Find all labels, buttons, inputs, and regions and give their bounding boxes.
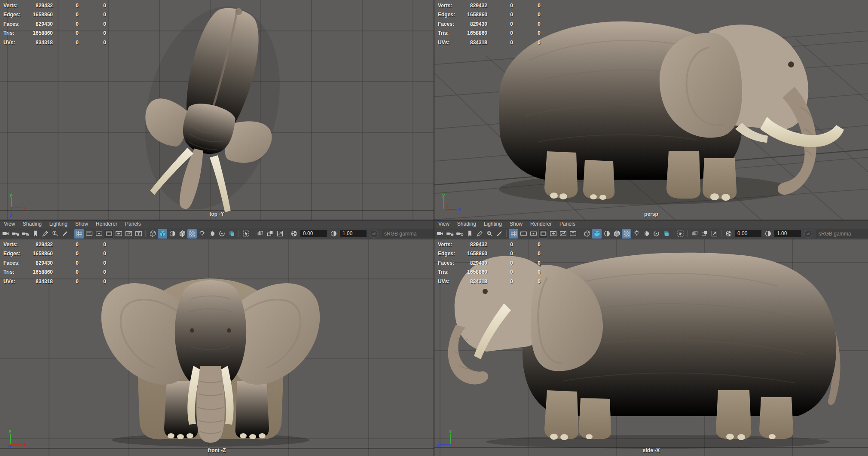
marker-button[interactable]	[60, 229, 70, 239]
menu-shading[interactable]: Shading	[19, 220, 46, 228]
xray-active-icon	[711, 230, 718, 237]
bookmark-button[interactable]	[465, 229, 474, 239]
smooth-shade-button[interactable]	[158, 229, 167, 239]
film-gate-button[interactable]	[84, 229, 94, 239]
menu-lighting[interactable]: Lighting	[46, 220, 71, 228]
gamma-preset-dropdown[interactable]: sRGB gamma ▼	[816, 230, 868, 238]
shadow-ball-icon	[208, 230, 216, 237]
wireframe-on-shaded-button[interactable]	[612, 229, 621, 239]
pan-zoom-button[interactable]	[50, 229, 60, 239]
xray-joints-button[interactable]	[700, 229, 709, 239]
viewport-front[interactable]: Verts:82943200 Edges:165886000 Faces:829…	[0, 239, 434, 456]
motion-blur-button[interactable]	[227, 229, 236, 239]
svg-text:z: z	[7, 443, 10, 449]
xray-button[interactable]	[690, 229, 699, 239]
exposure-field[interactable]: 0.00	[300, 230, 327, 237]
menu-shading[interactable]: Shading	[453, 220, 480, 228]
gamma-field[interactable]: 1.00	[774, 230, 801, 237]
shadows-button[interactable]	[207, 229, 217, 239]
exposure-icon	[290, 230, 298, 237]
gamma-field[interactable]: 1.00	[340, 230, 367, 237]
xray-active-button[interactable]	[275, 229, 284, 239]
grease-pencil-button[interactable]	[475, 229, 484, 239]
textured-button[interactable]	[187, 229, 197, 239]
textured-button[interactable]	[622, 229, 631, 239]
menu-renderer[interactable]: Renderer	[92, 220, 121, 228]
field-chart-button[interactable]	[548, 229, 558, 239]
camera-select-button[interactable]	[435, 229, 445, 239]
menu-show[interactable]: Show	[506, 220, 526, 228]
hud-col3: 0	[79, 21, 106, 27]
hud-total: 829430	[29, 260, 53, 266]
camera-lock-button[interactable]	[11, 229, 20, 239]
menu-panels[interactable]: Panels	[556, 220, 579, 228]
safe-title-button[interactable]	[568, 229, 578, 239]
menu-panels[interactable]: Panels	[121, 220, 145, 228]
menu-renderer[interactable]: Renderer	[526, 220, 556, 228]
field-chart-button[interactable]	[114, 229, 123, 239]
grease-pencil-button[interactable]	[40, 229, 50, 239]
safe-action-button[interactable]	[558, 229, 568, 239]
exposure-field[interactable]: 0.00	[735, 230, 761, 237]
checker-texture-icon	[189, 230, 196, 237]
lights-button[interactable]	[632, 229, 641, 239]
grid-toggle-button[interactable]	[509, 229, 518, 239]
camera-attributes-button[interactable]	[21, 229, 30, 239]
motion-blur-button[interactable]	[661, 229, 671, 239]
resolution-gate-button[interactable]	[529, 229, 538, 239]
menu-show[interactable]: Show	[71, 220, 92, 228]
menu-view[interactable]: View	[434, 220, 453, 228]
viewport-top[interactable]: Verts:82943200 Edges:165886000 Faces:829…	[0, 0, 434, 220]
marker-button[interactable]	[495, 229, 504, 239]
gate-mask-button[interactable]	[538, 229, 548, 239]
contrast-button[interactable]	[329, 229, 338, 239]
gate-mask-button[interactable]	[104, 229, 113, 239]
xray-active-button[interactable]	[709, 229, 719, 239]
flat-shade-button[interactable]	[168, 229, 177, 239]
xray-joints-button[interactable]	[265, 229, 275, 239]
isolate-select-button[interactable]	[241, 229, 251, 239]
exposure-button[interactable]	[724, 229, 733, 239]
resolution-gate-button[interactable]	[94, 229, 104, 239]
hud-label: Faces:	[438, 260, 464, 266]
axis-gizmo-persp: y z x	[436, 191, 463, 218]
hud-label: Verts:	[3, 242, 29, 248]
safe-title-button[interactable]	[134, 229, 143, 239]
hud-label: Tris:	[3, 269, 29, 275]
lights-button[interactable]	[197, 229, 207, 239]
smooth-shade-button[interactable]	[592, 229, 602, 239]
camera-attributes-button[interactable]	[455, 229, 465, 239]
grid-toggle-button[interactable]	[74, 229, 84, 239]
hud-col3: 0	[79, 251, 106, 257]
bookmark-button[interactable]	[31, 229, 40, 239]
camera-lock-button[interactable]	[445, 229, 455, 239]
flat-shade-button[interactable]	[602, 229, 611, 239]
viewport-persp[interactable]: Verts:82943200 Edges:165886000 Faces:829…	[434, 0, 868, 220]
menu-view[interactable]: View	[0, 220, 19, 228]
poly-count-hud: Verts:82943200 Edges:165886000 Faces:829…	[3, 240, 106, 286]
wireframe-on-shaded-button[interactable]	[177, 229, 187, 239]
viewport-side[interactable]: Verts:82943200 Edges:165886000 Faces:829…	[434, 239, 868, 456]
poly-count-hud: Verts:82943200 Edges:165886000 Faces:829…	[438, 240, 541, 286]
contrast-button[interactable]	[763, 229, 773, 239]
wireframe-button[interactable]	[148, 229, 157, 239]
camera-select-button[interactable]	[1, 229, 10, 239]
toolbar-separator	[253, 230, 253, 237]
gamma-preset-dropdown[interactable]: sRGB gamma ▼	[382, 230, 434, 238]
hud-col2: 0	[53, 21, 79, 27]
occlusion-button[interactable]	[217, 229, 226, 239]
pan-zoom-button[interactable]	[485, 229, 494, 239]
exposure-button[interactable]	[289, 229, 299, 239]
occlusion-button[interactable]	[651, 229, 661, 239]
safe-action-button[interactable]	[124, 229, 133, 239]
film-gate-button[interactable]	[519, 229, 528, 239]
shadows-button[interactable]	[642, 229, 651, 239]
camera-icon	[2, 230, 9, 237]
wireframe-cube-icon	[584, 230, 591, 237]
xray-button[interactable]	[255, 229, 265, 239]
grease-pencil-icon	[476, 230, 483, 237]
hud-label: Tris:	[438, 30, 464, 36]
menu-lighting[interactable]: Lighting	[480, 220, 506, 228]
isolate-select-button[interactable]	[675, 229, 685, 239]
wireframe-button[interactable]	[582, 229, 592, 239]
